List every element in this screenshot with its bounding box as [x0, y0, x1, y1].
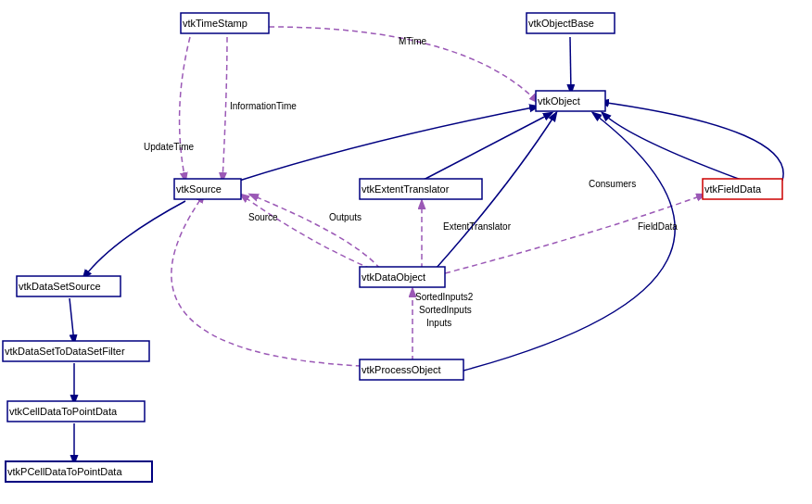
- label-consumers: Consumers: [589, 179, 636, 189]
- label-extenttranslator: ExtentTranslator: [443, 221, 512, 232]
- label-vtkobject: vtkObject: [538, 95, 580, 107]
- label-vtkobjectbase: vtkObjectBase: [528, 18, 594, 29]
- label-outputs: Outputs: [329, 212, 362, 222]
- edge-dataobj-source: [241, 195, 371, 269]
- label-mtime: MTime: [399, 36, 427, 46]
- edge-procobj-object: [463, 113, 675, 371]
- edge-objectbase-object: [570, 37, 571, 93]
- diagram: vtkTimeStamp vtkObjectBase vtkObject vtk…: [0, 0, 812, 504]
- label-vtkfielddata: vtkFieldData: [704, 183, 762, 195]
- label-vtkpcelldatatopointdata: vtkPCellDataToPointData: [7, 466, 122, 477]
- label-vtkdatasettodatasetfilter: vtkDataSetToDataSetFilter: [5, 346, 125, 357]
- edge-timestamp-source-infotime: [222, 37, 227, 181]
- label-fielddata: FieldData: [638, 221, 678, 232]
- edge-dataobj-fielddata: [445, 195, 704, 273]
- label-vtksource: vtkSource: [176, 183, 222, 195]
- edge-exttrans-object: [422, 113, 552, 181]
- label-updatetime: UpdateTime: [144, 142, 195, 152]
- edge-fielddata-object-consumers: [603, 113, 743, 181]
- edge-fielddata-object2: [601, 102, 783, 181]
- edge-source-datasetsoure: [83, 201, 185, 278]
- label-vtktimestamp: vtkTimeStamp: [183, 18, 247, 29]
- label-vtkcelldatatopointdata: vtkCellDataToPointData: [9, 406, 118, 417]
- label-inputs: Inputs: [426, 318, 451, 328]
- label-informationtime: InformationTime: [230, 101, 297, 111]
- edge-datasetsource-filter: [70, 298, 74, 343]
- label-vtkdataobject: vtkDataObject: [362, 271, 425, 283]
- edge-timestamp-source-updatetime: [180, 37, 190, 181]
- label-vtkprocessobject: vtkProcessObject: [362, 364, 441, 375]
- label-vtkdatasetsource: vtkDataSetSource: [19, 281, 101, 292]
- label-sortedinputs: SortedInputs: [419, 305, 472, 315]
- label-vtkextenttranslator: vtkExtentTranslator: [362, 183, 450, 195]
- edge-dataobj-source-outputs: [250, 195, 380, 269]
- label-sortedinputs2: SortedInputs2: [415, 292, 474, 302]
- label-source: Source: [248, 212, 278, 222]
